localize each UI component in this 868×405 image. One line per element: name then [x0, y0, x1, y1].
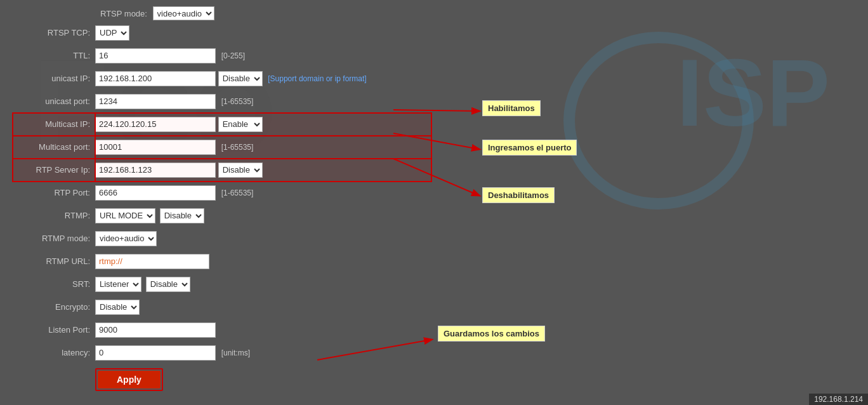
- encrypto-cell: Disable: [95, 296, 431, 319]
- rtp-server-ip-label: RTP Server Ip:: [13, 159, 95, 182]
- apply-button[interactable]: Apply: [98, 371, 161, 388]
- unicast-ip-input[interactable]: [95, 71, 216, 86]
- top-partial-row: RTSP mode: video+audio: [13, 6, 855, 20]
- multicast-port-cell: [1-65535]: [95, 136, 431, 159]
- rtp-server-ip-select[interactable]: Enable Disable: [218, 163, 263, 178]
- ttl-row: TTL: [0-255]: [13, 44, 431, 67]
- listen-port-input[interactable]: [95, 322, 216, 338]
- annotation-ingresamos: Ingresamos el puerto: [482, 140, 577, 156]
- ttl-input[interactable]: [95, 48, 216, 63]
- status-bar: 192.168.1.214: [809, 394, 868, 405]
- unicast-port-input[interactable]: [95, 94, 216, 109]
- rtp-port-cell: [1-65535]: [95, 182, 431, 204]
- rtsp-tcp-cell: UDP: [95, 22, 431, 44]
- srt-label: SRT:: [13, 273, 95, 296]
- main-content: RTSP mode: video+audio RTSP TCP: UDP TTL…: [0, 0, 868, 397]
- latency-label: latency:: [13, 342, 95, 364]
- rtmp-url-label: RTMP URL:: [13, 250, 95, 273]
- rtsp-mode-label: RTSP mode:: [100, 9, 147, 18]
- rtsp-tcp-label: RTSP TCP:: [13, 22, 95, 44]
- rtsp-tcp-row: RTSP TCP: UDP: [13, 22, 431, 44]
- rtmp-mode-row: RTMP mode: video+audio: [13, 227, 431, 250]
- apply-button-wrapper: Apply: [13, 368, 855, 391]
- listen-port-row: Listen Port:: [13, 319, 431, 342]
- latency-hint: [unit:ms]: [221, 349, 250, 357]
- rtmp-label: RTMP:: [13, 204, 95, 227]
- unicast-ip-label: unicast IP:: [13, 67, 95, 90]
- rtmp-url-input[interactable]: [95, 254, 209, 269]
- multicast-ip-cell: Enable Disable: [95, 113, 431, 136]
- annotation-habilitamos: Habilitamos: [482, 100, 541, 116]
- latency-cell: [unit:ms]: [95, 342, 431, 364]
- multicast-port-row: Multicast port: [1-65535]: [13, 136, 431, 159]
- annotation-guardamos: Guardamos los cambios: [438, 326, 545, 342]
- listen-port-label: Listen Port:: [13, 319, 95, 342]
- apply-button-box: Apply: [95, 368, 163, 391]
- rtsp-tcp-select[interactable]: UDP: [95, 25, 129, 41]
- rtp-server-ip-input[interactable]: [95, 163, 216, 178]
- unicast-ip-cell: Disable [Support domain or ip format]: [95, 67, 431, 90]
- srt-cell: Listener Disable: [95, 273, 431, 296]
- ttl-cell: [0-255]: [95, 44, 431, 67]
- rtp-port-row: RTP Port: [1-65535]: [13, 182, 431, 204]
- rtmp-mode-select[interactable]: URL MODE: [95, 208, 155, 223]
- rtmp-url-cell: [95, 250, 431, 273]
- unicast-ip-row: unicast IP: Disable [Support domain or i…: [13, 67, 431, 90]
- rtp-port-input[interactable]: [95, 185, 216, 201]
- multicast-port-hint: [1-65535]: [221, 143, 254, 152]
- rtp-port-label: RTP Port:: [13, 182, 95, 204]
- multicast-ip-select[interactable]: Enable Disable: [218, 117, 263, 132]
- srt-mode-select[interactable]: Listener: [95, 277, 141, 292]
- unicast-port-hint: [1-65535]: [221, 97, 254, 106]
- rtmp-mode-label: RTMP mode:: [13, 227, 95, 250]
- encrypto-label: Encrypto:: [13, 296, 95, 319]
- unicast-port-cell: [1-65535]: [95, 90, 431, 113]
- multicast-ip-row: Multicast IP: Enable Disable: [13, 113, 431, 136]
- srt-row: SRT: Listener Disable: [13, 273, 431, 296]
- latency-row: latency: [unit:ms]: [13, 342, 431, 364]
- form-table: RTSP TCP: UDP TTL: [0-255] unicast IP: D…: [13, 22, 431, 364]
- ttl-hint: [0-255]: [221, 51, 245, 60]
- annotation-deshabilitamos: Deshabilitamos: [482, 187, 555, 203]
- multicast-ip-label: Multicast IP:: [13, 113, 95, 136]
- rtmp-row: RTMP: URL MODE Disable: [13, 204, 431, 227]
- rtp-server-ip-row: RTP Server Ip: Enable Disable: [13, 159, 431, 182]
- rtmp-url-row: RTMP URL:: [13, 250, 431, 273]
- encrypto-row: Encrypto: Disable: [13, 296, 431, 319]
- unicast-port-label: unicast port:: [13, 90, 95, 113]
- srt-enable-select[interactable]: Disable: [146, 277, 190, 292]
- rtmp-mode-value-select[interactable]: video+audio: [95, 231, 157, 246]
- rtp-port-hint: [1-65535]: [221, 189, 254, 197]
- multicast-port-input[interactable]: [95, 140, 216, 155]
- latency-input[interactable]: [95, 345, 216, 361]
- encrypto-select[interactable]: Disable: [95, 300, 140, 315]
- rtp-server-ip-cell: Enable Disable: [95, 159, 431, 182]
- unicast-port-row: unicast port: [1-65535]: [13, 90, 431, 113]
- rtmp-cell: URL MODE Disable: [95, 204, 431, 227]
- listen-port-cell: [95, 319, 431, 342]
- rtmp-enable-select[interactable]: Disable: [160, 208, 204, 223]
- status-ip: 192.168.1.214: [814, 395, 863, 404]
- unicast-ip-select[interactable]: Disable: [218, 71, 263, 86]
- multicast-ip-input[interactable]: [95, 117, 216, 132]
- rtsp-mode-select[interactable]: video+audio: [153, 6, 214, 20]
- ttl-label: TTL:: [13, 44, 95, 67]
- multicast-port-label: Multicast port:: [13, 136, 95, 159]
- unicast-ip-hint: [Support domain or ip format]: [268, 74, 366, 83]
- rtmp-mode-cell: video+audio: [95, 227, 431, 250]
